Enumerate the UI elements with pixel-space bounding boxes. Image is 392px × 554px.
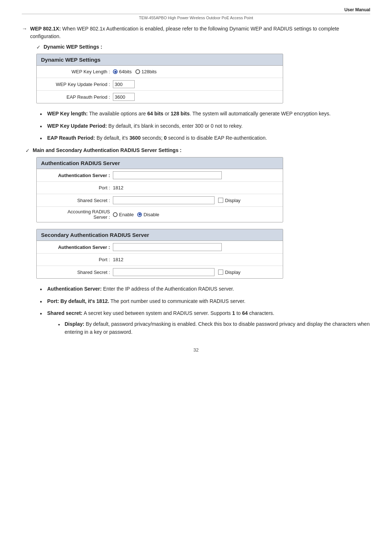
primary-auth-server-value bbox=[113, 171, 279, 179]
primary-port-text: 1812 bbox=[113, 185, 123, 190]
bullet-shared-secret-text: A secret key used between system and RAD… bbox=[83, 310, 274, 316]
secondary-display-checkbox[interactable] bbox=[218, 270, 223, 275]
eap-reauth-period-label: EAP Reauth Period : bbox=[40, 94, 113, 100]
primary-auth-server-input[interactable] bbox=[113, 171, 222, 179]
bullet-eap-reauth: EAP Reauth Period: By default, it's 3600… bbox=[40, 134, 370, 142]
bullet-auth-server-key: Authentication Server: bbox=[47, 286, 102, 292]
bullet-port: Port: By default, it's 1812. The port nu… bbox=[40, 297, 370, 305]
arrow-icon: → bbox=[22, 25, 27, 32]
primary-shared-secret-label: Shared Secret : bbox=[40, 198, 113, 203]
secondary-auth-server-value bbox=[113, 243, 279, 251]
dynamic-wep-table: Dynamic WEP Settings WEP Key Length : 64… bbox=[36, 54, 283, 103]
sub-bullet-display-key: Display: bbox=[65, 321, 84, 327]
dynamic-wep-bullets: WEP Key length: The available options ar… bbox=[40, 110, 370, 142]
radio-64bits[interactable]: 64bits bbox=[113, 69, 132, 74]
radius-check-icon: ✓ bbox=[25, 148, 30, 153]
bullet-wep-key-length: WEP Key length: The available options ar… bbox=[40, 110, 370, 118]
secondary-shared-secret-input[interactable] bbox=[113, 268, 215, 276]
header-right: User Manual bbox=[344, 7, 370, 12]
intro-bullet-text: WEP 802.1X: When WEP 802.1x Authenticati… bbox=[30, 25, 370, 40]
bullet-shared-secret-key: Shared secret: bbox=[47, 310, 82, 316]
radio-enable-icon bbox=[113, 212, 118, 217]
bullet-wep-update-period-key: WEP Key Update Period: bbox=[47, 123, 107, 129]
accounting-radius-label: Accounting RADIUSServer : bbox=[40, 209, 113, 220]
secondary-port-value: 1812 bbox=[113, 257, 279, 262]
radius-section-label: Main and Secondary Authentication RADIUS… bbox=[33, 147, 181, 153]
dynamic-wep-check-row: ✓ Dynamic WEP Settings : bbox=[36, 44, 370, 50]
bullet-auth-server: Authentication Server: Enter the IP addr… bbox=[40, 285, 370, 293]
wep-update-period-input[interactable]: 300 bbox=[113, 80, 135, 88]
radio-enable-label: Enable bbox=[119, 212, 134, 217]
eap-reauth-period-input[interactable]: 3600 bbox=[113, 93, 135, 101]
radio-64bits-label: 64bits bbox=[119, 69, 132, 74]
bullet-port-text: The port number used to communicate with… bbox=[110, 298, 245, 304]
primary-shared-secret-row: Shared Secret : Display bbox=[37, 194, 283, 207]
wep-update-period-row: WEP Key Update Period : 300 bbox=[37, 78, 283, 91]
bullet-wep-key-length-key: WEP Key length: bbox=[47, 111, 88, 116]
intro-key: WEP 802.1X: bbox=[30, 26, 61, 32]
bullet-eap-reauth-text: By default, it's 3600 seconds; 0 second … bbox=[97, 135, 267, 141]
secondary-shared-secret-label: Shared Secret : bbox=[40, 270, 113, 275]
wep-update-period-value: 300 bbox=[113, 80, 279, 88]
header-bar: User Manual bbox=[22, 7, 370, 14]
radio-128bits-icon bbox=[135, 69, 140, 74]
wep-key-length-row: WEP Key Length : 64bits 128bits bbox=[37, 66, 283, 78]
wep-key-length-label: WEP Key Length : bbox=[40, 69, 113, 74]
page-number: 32 bbox=[22, 347, 370, 353]
dynamic-wep-table-header: Dynamic WEP Settings bbox=[37, 54, 283, 66]
primary-shared-secret-value: Display bbox=[113, 196, 279, 204]
bullet-port-key: Port: By default, it's 1812. bbox=[47, 298, 109, 304]
primary-radius-table: Authentication RADIUS Server Authenticat… bbox=[36, 157, 283, 222]
sub-bullet-display-text: By default, password privacy/masking is … bbox=[65, 321, 369, 335]
accounting-radius-value: Enable Disable bbox=[113, 212, 279, 217]
dynamic-wep-label: Dynamic WEP Settings : bbox=[44, 44, 102, 50]
primary-shared-secret-input[interactable] bbox=[113, 196, 215, 204]
sub-bullets: Display: By default, password privacy/ma… bbox=[58, 320, 370, 336]
intro-content: When WEP 802.1x Authentication is enable… bbox=[30, 26, 339, 39]
secondary-shared-secret-value: Display bbox=[113, 268, 279, 276]
secondary-port-text: 1812 bbox=[113, 257, 123, 262]
radio-128bits[interactable]: 128bits bbox=[135, 69, 157, 74]
radius-bullets: Authentication Server: Enter the IP addr… bbox=[40, 285, 370, 336]
radio-disable-label: Disable bbox=[143, 212, 159, 217]
secondary-shared-secret-row: Shared Secret : Display bbox=[37, 266, 283, 278]
radio-128bits-label: 128bits bbox=[142, 69, 157, 74]
primary-port-value: 1812 bbox=[113, 185, 279, 190]
radio-64bits-icon bbox=[113, 69, 118, 74]
secondary-auth-server-input[interactable] bbox=[113, 243, 222, 251]
primary-display-checkbox[interactable] bbox=[218, 198, 223, 203]
accounting-radius-row: Accounting RADIUSServer : Enable Disable bbox=[37, 207, 283, 222]
wep-key-length-radio-group: 64bits 128bits bbox=[113, 69, 157, 74]
primary-port-label: Port : bbox=[40, 185, 113, 190]
subheader: TEW-455APBO High Power Wireless Outdoor … bbox=[22, 16, 370, 20]
check-icon: ✓ bbox=[36, 44, 41, 50]
primary-display-label: Display bbox=[225, 198, 241, 203]
radius-check-row: ✓ Main and Secondary Authentication RADI… bbox=[25, 147, 370, 153]
primary-auth-server-row: Authentication Server : bbox=[37, 169, 283, 182]
bullet-wep-update-period: WEP Key Update Period: By default, it's … bbox=[40, 122, 370, 130]
primary-auth-server-label: Authentication Server : bbox=[40, 173, 113, 178]
bullet-shared-secret: Shared secret: A secret key used between… bbox=[40, 309, 370, 336]
secondary-port-row: Port : 1812 bbox=[37, 254, 283, 266]
primary-radius-table-header: Authentication RADIUS Server bbox=[37, 157, 283, 169]
secondary-display-label: Display bbox=[225, 270, 241, 275]
radio-enable[interactable]: Enable bbox=[113, 212, 134, 217]
secondary-port-label: Port : bbox=[40, 257, 113, 262]
secondary-radius-table: Secondary Authentication RADIUS Server A… bbox=[36, 229, 283, 279]
page: User Manual TEW-455APBO High Power Wirel… bbox=[0, 0, 392, 554]
secondary-radius-table-header: Secondary Authentication RADIUS Server bbox=[37, 229, 283, 241]
bullet-auth-server-text: Enter the IP address of the Authenticati… bbox=[103, 286, 234, 292]
secondary-auth-server-row: Authentication Server : bbox=[37, 241, 283, 254]
eap-reauth-period-row: EAP Reauth Period : 3600 bbox=[37, 91, 283, 103]
wep-key-length-value: 64bits 128bits bbox=[113, 69, 279, 74]
wep-update-period-label: WEP Key Update Period : bbox=[40, 82, 113, 87]
sub-bullet-display: Display: By default, password privacy/ma… bbox=[58, 320, 370, 336]
secondary-display-group: Display bbox=[218, 270, 241, 275]
eap-reauth-period-value: 3600 bbox=[113, 93, 279, 101]
radio-disable[interactable]: Disable bbox=[137, 212, 159, 217]
bullet-eap-reauth-key: EAP Reauth Period: bbox=[47, 135, 95, 141]
primary-port-row: Port : 1812 bbox=[37, 182, 283, 194]
accounting-radius-radio-group: Enable Disable bbox=[113, 212, 159, 217]
radio-disable-icon bbox=[137, 212, 142, 217]
primary-display-group: Display bbox=[218, 198, 241, 203]
